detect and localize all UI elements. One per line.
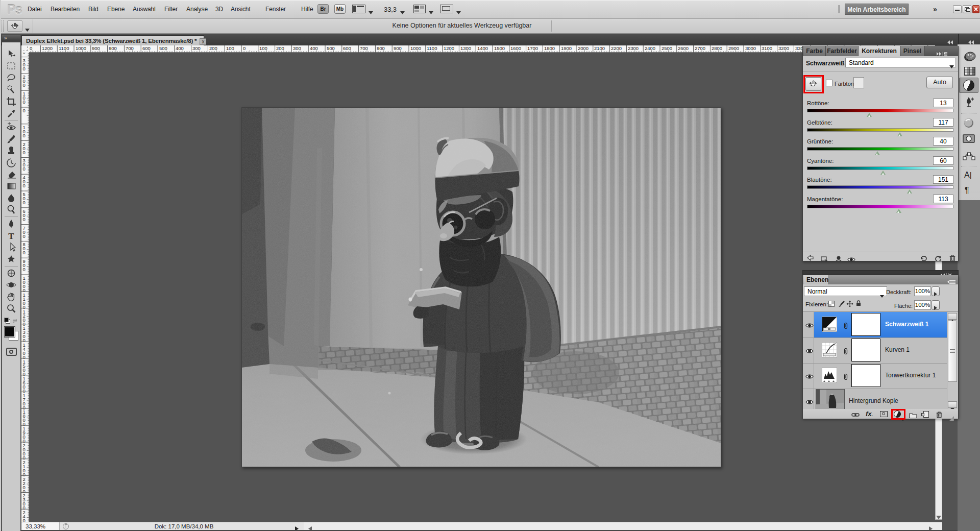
- svg-text:1800: 1800: [544, 45, 555, 51]
- svg-text:0: 0: [23, 150, 26, 155]
- svg-text:700: 700: [126, 45, 134, 51]
- svg-text:0: 0: [23, 216, 26, 222]
- svg-text:2200: 2200: [611, 45, 622, 51]
- svg-text:600: 600: [343, 45, 351, 51]
- svg-text:0: 0: [23, 518, 26, 522]
- svg-text:400: 400: [176, 45, 184, 51]
- svg-text:300: 300: [293, 45, 301, 51]
- svg-text:1600: 1600: [510, 45, 521, 51]
- svg-text:0: 0: [23, 233, 26, 239]
- svg-text:0: 0: [23, 133, 26, 138]
- svg-text:0: 0: [23, 267, 26, 272]
- svg-text:2800: 2800: [712, 45, 722, 51]
- svg-text:900: 900: [92, 45, 100, 51]
- svg-text:0: 0: [23, 200, 26, 205]
- svg-text:1300: 1300: [460, 45, 471, 51]
- svg-text:1400: 1400: [477, 45, 488, 51]
- svg-text:2300: 2300: [628, 45, 639, 51]
- svg-text:300: 300: [192, 45, 201, 51]
- svg-text:900: 900: [394, 45, 402, 51]
- svg-text:T: T: [8, 231, 14, 240]
- svg-text:1100: 1100: [59, 45, 69, 51]
- svg-text:1000: 1000: [76, 45, 86, 51]
- svg-text:0: 0: [30, 45, 32, 51]
- svg-text:2000: 2000: [578, 45, 589, 51]
- svg-text:2900: 2900: [728, 45, 739, 51]
- svg-text:0: 0: [23, 99, 26, 105]
- svg-text:3100: 3100: [762, 45, 772, 51]
- svg-text:800: 800: [377, 45, 385, 51]
- svg-text:3000: 3000: [745, 45, 756, 51]
- svg-text:0: 0: [23, 82, 26, 88]
- svg-text:1100: 1100: [427, 45, 437, 51]
- svg-text:2700: 2700: [695, 45, 705, 51]
- svg-text:200: 200: [209, 45, 217, 51]
- svg-text:100: 100: [226, 45, 234, 51]
- svg-text:800: 800: [109, 45, 117, 51]
- svg-text:500: 500: [327, 45, 335, 51]
- svg-text:200: 200: [276, 45, 284, 51]
- svg-text:600: 600: [142, 45, 151, 51]
- svg-text:400: 400: [310, 45, 318, 51]
- svg-text:0: 0: [243, 45, 246, 51]
- svg-text:2100: 2100: [594, 45, 605, 51]
- svg-text:1000: 1000: [410, 45, 421, 51]
- svg-text:0: 0: [23, 250, 26, 255]
- svg-text:0: 0: [23, 108, 26, 113]
- svg-text:0: 0: [23, 166, 26, 172]
- svg-text:700: 700: [360, 45, 368, 51]
- svg-text:1500: 1500: [494, 45, 505, 51]
- svg-text:1700: 1700: [527, 45, 538, 51]
- svg-text:1200: 1200: [444, 45, 454, 51]
- svg-text:3200: 3200: [778, 45, 789, 51]
- svg-text:0: 0: [23, 53, 26, 55]
- svg-text:1900: 1900: [561, 45, 572, 51]
- svg-text:0: 0: [23, 66, 26, 71]
- svg-text:2600: 2600: [678, 45, 689, 51]
- svg-text:0: 0: [23, 183, 26, 188]
- svg-text:2400: 2400: [645, 45, 655, 51]
- svg-text:500: 500: [159, 45, 167, 51]
- svg-text:1200: 1200: [42, 45, 53, 51]
- svg-text:2500: 2500: [662, 45, 672, 51]
- svg-text:100: 100: [259, 45, 267, 51]
